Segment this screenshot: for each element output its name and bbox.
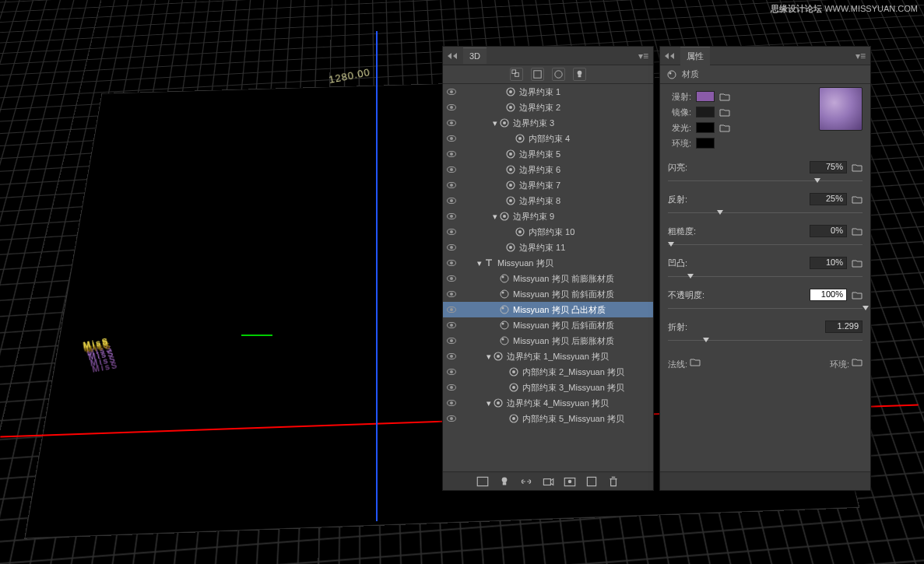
visibility-toggle[interactable] [443,104,460,110]
foot-trash-icon[interactable] [606,475,620,488]
slider-track[interactable] [668,272,863,282]
twisty-icon[interactable]: ▾ [485,352,493,362]
panel-menu-icon[interactable]: ▾≡ [638,51,648,61]
tree-row[interactable]: 内部约束 2_Missyuan 拷贝 [443,364,653,380]
visibility-toggle[interactable] [443,415,460,422]
tree-row[interactable]: 边界约束 1 [443,84,653,100]
tree-row[interactable]: Missyuan 拷贝 凸出材质 [443,302,653,317]
visibility-toggle[interactable] [443,322,460,328]
folder-icon[interactable] [852,257,863,268]
slider-value[interactable]: 10% [810,257,847,269]
slider-track[interactable] [668,177,863,186]
visibility-toggle[interactable] [443,135,460,142]
visibility-toggle[interactable] [443,89,460,95]
tab-3d[interactable]: 3D [463,47,487,64]
slider-track[interactable] [668,240,863,250]
folder-icon[interactable] [852,194,863,205]
foot-render-icon[interactable] [563,475,577,488]
slider-value[interactable]: 100% [810,289,847,301]
tree-row[interactable]: ▾边界约束 3 [443,115,653,131]
slider-thumb[interactable] [668,242,674,247]
tree-row[interactable]: 边界约束 7 [443,177,653,193]
folder-icon[interactable] [852,226,863,236]
folder-icon[interactable] [719,107,730,117]
filter-scene-icon[interactable] [510,68,523,81]
tree-row[interactable]: ▾边界约束 1_Missyuan 拷贝 [443,349,653,364]
color-swatch[interactable] [696,138,715,149]
foot-add-icon[interactable] [585,475,599,488]
slider-thumb[interactable] [717,210,723,215]
folder-icon[interactable] [852,162,863,173]
tree-row[interactable]: Missyuan 拷贝 后斜面材质 [443,317,653,333]
visibility-toggle[interactable] [443,400,460,406]
visibility-toggle[interactable] [443,244,460,250]
tree-row[interactable]: ▾边界约束 4_Missyuan 拷贝 [443,395,653,411]
slider-track[interactable] [668,336,863,345]
visibility-toggle[interactable] [443,275,460,282]
folder-icon[interactable] [719,91,730,102]
visibility-toggle[interactable] [443,353,460,359]
tree-row[interactable]: Missyuan 拷贝 前膨胀材质 [443,271,653,286]
folder-icon[interactable] [852,289,863,300]
twisty-icon[interactable]: ▾ [491,212,499,222]
twisty-icon[interactable]: ▾ [476,258,483,268]
foot-link-icon[interactable] [519,475,533,488]
foot-light-icon[interactable] [497,475,511,488]
visibility-toggle[interactable] [443,260,460,266]
foot-camera-icon[interactable] [541,475,555,488]
visibility-toggle[interactable] [443,384,460,391]
foot-new-icon[interactable] [476,475,490,488]
slider-value[interactable]: 0% [810,225,847,237]
color-swatch[interactable] [696,91,715,102]
tree-row[interactable]: Missyuan 拷贝 后膨胀材质 [443,333,653,349]
twisty-icon[interactable]: ▾ [485,398,493,408]
folder-icon[interactable] [719,122,730,133]
filter-material-icon[interactable] [552,68,565,81]
slider-track[interactable] [668,304,863,314]
slider-thumb[interactable] [863,306,869,310]
slider-value[interactable]: 1.299 [825,321,863,333]
visibility-toggle[interactable] [443,291,460,297]
collapse-icon[interactable] [448,53,457,59]
tree-row[interactable]: 内部约束 4 [443,131,653,146]
slider-thumb[interactable] [703,338,709,342]
visibility-toggle[interactable] [443,213,460,219]
panel-menu-icon[interactable]: ▾≡ [855,51,866,61]
slider-value[interactable]: 75% [810,161,847,173]
visibility-toggle[interactable] [443,182,460,188]
tree-row[interactable]: 边界约束 11 [443,240,653,255]
tree-row[interactable]: 边界约束 2 [443,100,653,115]
tree-row[interactable]: 边界约束 6 [443,162,653,177]
visibility-toggle[interactable] [443,166,460,173]
visibility-toggle[interactable] [443,338,460,344]
filter-light-icon[interactable] [573,68,586,81]
folder-icon[interactable] [690,356,701,367]
tree-row[interactable]: 边界约束 5 [443,146,653,162]
color-swatch[interactable] [696,122,715,133]
color-swatch[interactable] [696,107,715,117]
visibility-toggle[interactable] [443,120,460,126]
folder-icon[interactable] [852,356,863,367]
tree-row[interactable]: 内部约束 10 [443,224,653,240]
tree-row[interactable]: ▾边界约束 9 [443,208,653,224]
tree-row[interactable]: 边界约束 8 [443,193,653,208]
slider-track[interactable] [668,208,863,218]
tree-row[interactable]: 内部约束 5_Missyuan 拷贝 [443,411,653,426]
visibility-toggle[interactable] [443,151,460,157]
tree-row[interactable]: 内部约束 3_Missyuan 拷贝 [443,380,653,395]
slider-thumb[interactable] [814,178,820,183]
tree-row[interactable]: Missyuan 拷贝 前斜面材质 [443,286,653,302]
svg-point-29 [502,276,504,278]
slider-thumb[interactable] [687,274,694,278]
slider-value[interactable]: 25% [810,193,847,205]
filter-mesh-icon[interactable] [531,68,544,81]
twisty-icon[interactable]: ▾ [491,118,499,128]
collapse-icon[interactable] [665,53,674,59]
tree-row[interactable]: ▾Missyuan 拷贝 [443,255,653,271]
visibility-toggle[interactable] [443,307,460,313]
visibility-toggle[interactable] [443,369,460,375]
scene-tree[interactable]: 边界约束 1边界约束 2▾边界约束 3内部约束 4边界约束 5边界约束 6边界约… [443,84,653,471]
tab-properties[interactable]: 属性 [680,47,710,65]
visibility-toggle[interactable] [443,229,460,235]
visibility-toggle[interactable] [443,198,460,204]
